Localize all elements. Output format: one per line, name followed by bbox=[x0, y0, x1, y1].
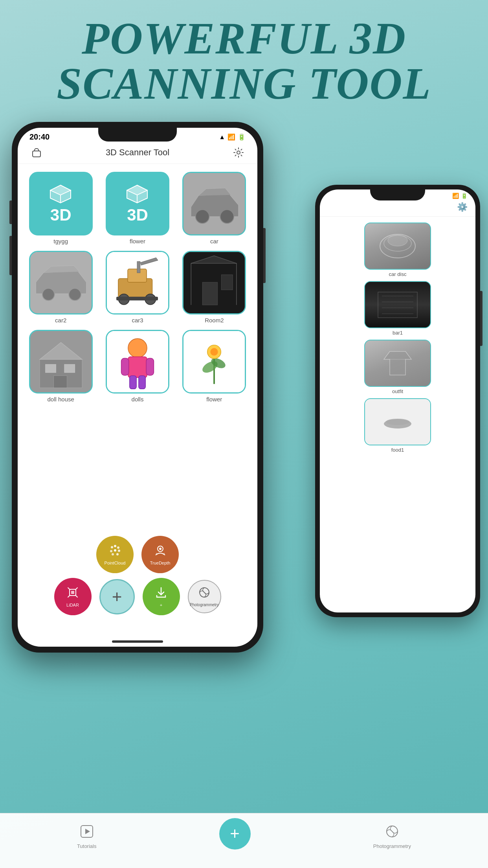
bottom-tab-bar: Tutorials + Photogrammetry bbox=[0, 813, 488, 868]
tab-tutorials-label: Tutorials bbox=[77, 843, 96, 849]
svg-point-44 bbox=[128, 338, 147, 357]
svg-point-62 bbox=[112, 553, 114, 555]
list-item[interactable]: outfit bbox=[326, 340, 470, 394]
svg-point-23 bbox=[220, 210, 234, 223]
svg-point-63 bbox=[116, 553, 119, 555]
app-nav-bar: 3D Scanner Tool bbox=[18, 142, 257, 164]
scan-label-flower2: flower bbox=[206, 396, 222, 403]
svg-rect-33 bbox=[116, 297, 158, 301]
scan-item-flower[interactable]: 3D flower bbox=[102, 172, 172, 245]
scan-label-food1: food1 bbox=[391, 447, 404, 453]
tutorials-icon bbox=[80, 824, 94, 841]
truedepth-button[interactable]: TrueDepth bbox=[141, 536, 179, 573]
svg-rect-41 bbox=[64, 364, 75, 373]
photogrammetry-label: Photogrammetry bbox=[190, 603, 219, 607]
import-button[interactable]: + bbox=[143, 578, 180, 615]
status-icons: ▲ 📶 🔋 bbox=[219, 133, 246, 141]
scan-thumbnail-bar1 bbox=[364, 281, 431, 328]
scan-thumb-room2 bbox=[182, 251, 246, 314]
scan-label-car3: car3 bbox=[132, 317, 143, 324]
side-button-left-top bbox=[9, 200, 12, 224]
add-scan-button[interactable]: + bbox=[99, 579, 135, 614]
add-tab-icon: + bbox=[230, 824, 240, 843]
secondary-phone-screen: 📶 🔋 ⚙️ car disc bbox=[320, 189, 475, 612]
svg-rect-48 bbox=[130, 376, 136, 389]
scan-thumbnail-food1 bbox=[364, 398, 431, 445]
lidar-label: LiDAR bbox=[66, 603, 79, 607]
svg-point-22 bbox=[196, 210, 209, 223]
scan-item-dolls[interactable]: dolls bbox=[102, 330, 172, 403]
header-title: POWERFUL 3D SCANNING TOOL bbox=[12, 16, 476, 106]
photogrammetry-tab-icon bbox=[385, 824, 399, 841]
scan-item-dollhouse[interactable]: doll house bbox=[26, 330, 96, 403]
scan-label-tgygg: tgygg bbox=[53, 238, 68, 245]
scan-item-car3[interactable]: car3 bbox=[102, 251, 172, 324]
scan-item-car2[interactable]: car2 bbox=[26, 251, 96, 324]
secondary-wifi-icon: 📶 bbox=[452, 193, 459, 199]
svg-rect-46 bbox=[121, 358, 129, 375]
status-time: 20:40 bbox=[29, 132, 50, 142]
scan-thumbnail-cardisc bbox=[364, 223, 431, 270]
main-phone: 20:40 ▲ 📶 🔋 3D Scanner Tool bbox=[12, 122, 263, 653]
add-icon: + bbox=[112, 587, 122, 607]
scan-label-car2: car2 bbox=[55, 317, 66, 324]
scan-thumb-car bbox=[182, 172, 246, 235]
svg-rect-42 bbox=[53, 376, 67, 388]
scan-item-car[interactable]: car bbox=[179, 172, 250, 245]
svg-point-61 bbox=[118, 550, 120, 552]
scan-label-cardisc: car disc bbox=[389, 271, 407, 277]
signal-icon: ▲ bbox=[219, 134, 225, 141]
photogrammetry-button[interactable]: Photogrammetry bbox=[188, 580, 221, 613]
scan-item-flower2[interactable]: flower bbox=[179, 330, 250, 403]
tab-add-center-button[interactable]: + bbox=[219, 818, 251, 850]
scan-grid: 3D tgygg bbox=[18, 164, 257, 410]
home-indicator bbox=[112, 640, 163, 643]
tab-tutorials[interactable]: Tutorials bbox=[77, 824, 96, 849]
settings-icon[interactable] bbox=[231, 145, 246, 160]
svg-point-10 bbox=[386, 419, 409, 425]
tab-photogrammetry-label: Photogrammetry bbox=[373, 843, 411, 849]
svg-point-25 bbox=[42, 288, 54, 300]
svg-rect-35 bbox=[202, 282, 218, 305]
scan-label-dollhouse: doll house bbox=[47, 396, 74, 403]
side-button-right bbox=[263, 228, 266, 283]
lidar-button[interactable]: LiDAR bbox=[54, 578, 92, 615]
svg-point-56 bbox=[111, 546, 113, 548]
svg-rect-40 bbox=[45, 364, 56, 373]
fab-top-row: PointCloud TrueDepth bbox=[96, 536, 179, 573]
pointcloud-button[interactable]: PointCloud bbox=[96, 536, 134, 573]
svg-rect-47 bbox=[146, 358, 154, 375]
svg-rect-45 bbox=[128, 357, 147, 377]
svg-point-55 bbox=[211, 348, 218, 355]
secondary-nav: ⚙️ bbox=[320, 199, 475, 217]
svg-point-12 bbox=[237, 151, 240, 154]
scan-thumbnail-outfit bbox=[364, 340, 431, 387]
battery-icon: 🔋 bbox=[238, 133, 246, 141]
secondary-battery-icon: 🔋 bbox=[461, 193, 468, 199]
bag-icon[interactable] bbox=[29, 145, 44, 160]
scan-label-flower: flower bbox=[130, 238, 145, 245]
scan-item-tgygg[interactable]: 3D tgygg bbox=[26, 172, 96, 245]
secondary-gear-icon[interactable]: ⚙️ bbox=[457, 202, 468, 212]
fab-button-area: PointCloud TrueDepth bbox=[18, 536, 257, 615]
scan-thumb-dollhouse bbox=[29, 330, 93, 394]
secondary-phone: 📶 🔋 ⚙️ car disc bbox=[315, 185, 480, 617]
page-header: POWERFUL 3D SCANNING TOOL bbox=[0, 0, 488, 114]
main-notch bbox=[98, 128, 177, 142]
scan-thumb-car3 bbox=[106, 251, 169, 314]
scan-item-room2[interactable]: Room2 bbox=[179, 251, 250, 324]
truedepth-label: TrueDepth bbox=[150, 561, 171, 565]
scan-label-room2: Room2 bbox=[205, 317, 224, 324]
svg-rect-11 bbox=[33, 151, 40, 157]
svg-rect-67 bbox=[71, 591, 74, 594]
svg-point-65 bbox=[159, 548, 161, 550]
svg-point-60 bbox=[114, 549, 116, 552]
list-item[interactable]: food1 bbox=[326, 398, 470, 453]
svg-rect-36 bbox=[222, 275, 233, 290]
scan-thumb-dolls bbox=[106, 330, 169, 394]
side-button-left-bottom bbox=[9, 236, 12, 275]
list-item[interactable]: car disc bbox=[326, 223, 470, 277]
scan-thumb-car2 bbox=[29, 251, 93, 314]
list-item[interactable]: bar1 bbox=[326, 281, 470, 336]
tab-photogrammetry[interactable]: Photogrammetry bbox=[373, 824, 411, 849]
